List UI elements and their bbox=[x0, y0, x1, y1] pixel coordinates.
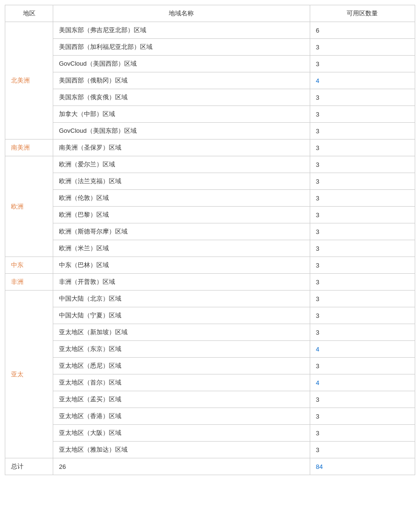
table-row: 北美洲美国东部（弗吉尼亚北部）区域6 bbox=[5, 22, 415, 39]
table-row: 欧洲（米兰）区域3 bbox=[5, 240, 415, 257]
zone-count-cell: 4 bbox=[310, 374, 415, 391]
zone-count-cell: 3 bbox=[310, 223, 415, 240]
region-cell: 非洲 bbox=[5, 274, 53, 291]
footer-zone-count: 26 bbox=[53, 458, 310, 475]
table-row: 欧洲（法兰克福）区域3 bbox=[5, 173, 415, 190]
zone-count-cell: 3 bbox=[310, 257, 415, 274]
zone-count-cell: 3 bbox=[310, 442, 415, 458]
zone-count-cell: 3 bbox=[310, 307, 415, 324]
zone-count-cell: 3 bbox=[310, 156, 415, 173]
header-zone-name: 地域名称 bbox=[53, 5, 310, 22]
zone-name-cell: 亚太地区（新加坡）区域 bbox=[53, 324, 310, 341]
region-cell: 中东 bbox=[5, 257, 53, 274]
zone-name-cell: 中国大陆（宁夏）区域 bbox=[53, 307, 310, 324]
zone-count-cell: 3 bbox=[310, 123, 415, 140]
zone-count-cell: 3 bbox=[310, 140, 415, 156]
regions-table: 地区 地域名称 可用区数量 北美洲美国东部（弗吉尼亚北部）区域6美国西部（加利福… bbox=[5, 5, 415, 475]
zone-name-cell: 非洲（开普敦）区域 bbox=[53, 274, 310, 291]
table-row: GovCloud（美国东部）区域3 bbox=[5, 123, 415, 140]
table-row: 亚太地区（香港）区域3 bbox=[5, 408, 415, 425]
zone-name-cell: 欧洲（伦敦）区域 bbox=[53, 190, 310, 207]
zone-name-cell: 欧洲（法兰克福）区域 bbox=[53, 173, 310, 190]
footer-row: 总计 26 84 bbox=[5, 458, 415, 475]
table-row: 欧洲欧洲（爱尔兰）区域3 bbox=[5, 156, 415, 173]
zone-count-cell: 3 bbox=[310, 173, 415, 190]
table-row: 美国西部（加利福尼亚北部）区域3 bbox=[5, 39, 415, 56]
zone-name-cell: GovCloud（美国西部）区域 bbox=[53, 56, 310, 72]
zone-name-cell: 南美洲（圣保罗）区域 bbox=[53, 140, 310, 156]
zone-count-cell: 3 bbox=[310, 240, 415, 257]
zone-count-cell: 3 bbox=[310, 89, 415, 106]
zone-name-cell: 亚太地区（大阪）区域 bbox=[53, 425, 310, 442]
main-container: 地区 地域名称 可用区数量 北美洲美国东部（弗吉尼亚北部）区域6美国西部（加利福… bbox=[0, 0, 420, 480]
zone-count-cell: 3 bbox=[310, 106, 415, 123]
table-row: 亚太地区（东京）区域4 bbox=[5, 341, 415, 358]
table-row: 中国大陆（宁夏）区域3 bbox=[5, 307, 415, 324]
zone-name-cell: 加拿大（中部）区域 bbox=[53, 106, 310, 123]
zone-name-cell: 美国西部（俄勒冈）区域 bbox=[53, 72, 310, 89]
zone-name-cell: 欧洲（爱尔兰）区域 bbox=[53, 156, 310, 173]
table-row: 亚太地区（悉尼）区域3 bbox=[5, 358, 415, 374]
zone-count-cell: 3 bbox=[310, 190, 415, 207]
table-row: 亚太地区（新加坡）区域3 bbox=[5, 324, 415, 341]
header-region: 地区 bbox=[5, 5, 53, 22]
region-cell: 欧洲 bbox=[5, 156, 53, 257]
zone-count-cell: 3 bbox=[310, 391, 415, 408]
zone-count-cell: 3 bbox=[310, 207, 415, 223]
table-row: 欧洲（巴黎）区域3 bbox=[5, 207, 415, 223]
table-row: 欧洲（伦敦）区域3 bbox=[5, 190, 415, 207]
region-cell: 亚太 bbox=[5, 291, 53, 458]
zone-name-cell: 美国东部（弗吉尼亚北部）区域 bbox=[53, 22, 310, 39]
zone-name-cell: 欧洲（斯德哥尔摩）区域 bbox=[53, 223, 310, 240]
zone-name-cell: 亚太地区（悉尼）区域 bbox=[53, 358, 310, 374]
zone-name-cell: 欧洲（米兰）区域 bbox=[53, 240, 310, 257]
table-row: 非洲非洲（开普敦）区域3 bbox=[5, 274, 415, 291]
table-row: 中东中东（巴林）区域3 bbox=[5, 257, 415, 274]
region-cell: 北美洲 bbox=[5, 22, 53, 140]
table-row: 亚太地区（首尔）区域4 bbox=[5, 374, 415, 391]
table-row: 亚太地区（孟买）区域3 bbox=[5, 391, 415, 408]
zone-count-cell: 3 bbox=[310, 39, 415, 56]
header-zone-count: 可用区数量 bbox=[310, 5, 415, 22]
zone-count-cell: 4 bbox=[310, 341, 415, 358]
zone-count-cell: 3 bbox=[310, 324, 415, 341]
table-row: 加拿大（中部）区域3 bbox=[5, 106, 415, 123]
table-row: 亚太中国大陆（北京）区域3 bbox=[5, 291, 415, 307]
zone-count-cell: 3 bbox=[310, 274, 415, 291]
zone-name-cell: 亚太地区（孟买）区域 bbox=[53, 391, 310, 408]
zone-name-cell: 亚太地区（首尔）区域 bbox=[53, 374, 310, 391]
table-row: 欧洲（斯德哥尔摩）区域3 bbox=[5, 223, 415, 240]
table-row: 亚太地区（大阪）区域3 bbox=[5, 425, 415, 442]
table-row: 南美洲南美洲（圣保罗）区域3 bbox=[5, 140, 415, 156]
zone-count-cell: 3 bbox=[310, 425, 415, 442]
zone-name-cell: 亚太地区（香港）区域 bbox=[53, 408, 310, 425]
zone-count-cell: 3 bbox=[310, 408, 415, 425]
zone-count-cell: 4 bbox=[310, 72, 415, 89]
table-row: 美国西部（俄勒冈）区域4 bbox=[5, 72, 415, 89]
zone-name-cell: 中国大陆（北京）区域 bbox=[53, 291, 310, 307]
zone-name-cell: 欧洲（巴黎）区域 bbox=[53, 207, 310, 223]
zone-count-cell: 6 bbox=[310, 22, 415, 39]
zone-name-cell: 中东（巴林）区域 bbox=[53, 257, 310, 274]
zone-count-cell: 3 bbox=[310, 56, 415, 72]
zone-count-cell: 3 bbox=[310, 291, 415, 307]
zone-count-cell: 3 bbox=[310, 358, 415, 374]
zone-name-cell: GovCloud（美国东部）区域 bbox=[53, 123, 310, 140]
table-header-row: 地区 地域名称 可用区数量 bbox=[5, 5, 415, 22]
footer-total-count: 84 bbox=[310, 458, 415, 475]
table-row: 美国东部（俄亥俄）区域3 bbox=[5, 89, 415, 106]
footer-label: 总计 bbox=[5, 458, 53, 475]
table-row: 亚太地区（雅加达）区域3 bbox=[5, 442, 415, 458]
zone-name-cell: 亚太地区（雅加达）区域 bbox=[53, 442, 310, 458]
zone-name-cell: 美国东部（俄亥俄）区域 bbox=[53, 89, 310, 106]
zone-name-cell: 美国西部（加利福尼亚北部）区域 bbox=[53, 39, 310, 56]
region-cell: 南美洲 bbox=[5, 140, 53, 156]
zone-name-cell: 亚太地区（东京）区域 bbox=[53, 341, 310, 358]
table-row: GovCloud（美国西部）区域3 bbox=[5, 56, 415, 72]
